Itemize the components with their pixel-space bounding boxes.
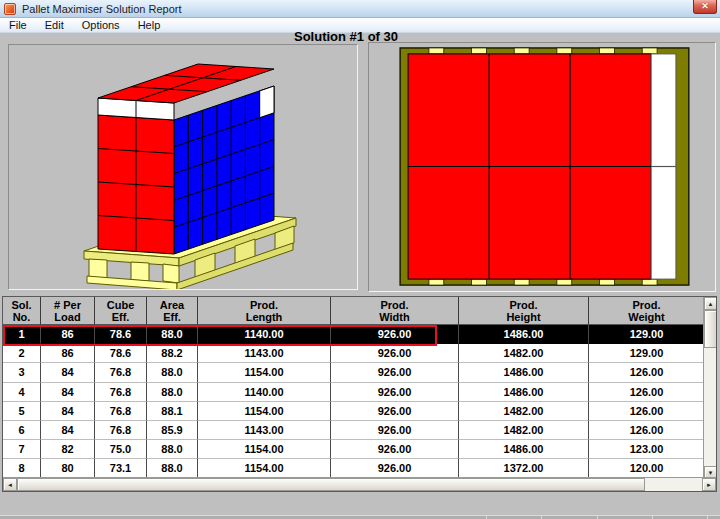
table-row[interactable]: 78275.088.01154.00926.001486.00123.00 — [3, 440, 705, 459]
table-row[interactable]: 58476.888.11154.00926.001482.00126.00 — [3, 402, 705, 421]
cell: 88.0 — [147, 363, 198, 382]
cell: 84 — [41, 383, 95, 402]
cell: 1482.00 — [459, 344, 589, 363]
cell: 926.00 — [331, 363, 459, 382]
column-header: Sol.No. — [3, 297, 41, 325]
column-header: AreaEff. — [147, 297, 198, 325]
scroll-up-icon[interactable]: ▲ — [704, 297, 717, 310]
cell: 926.00 — [331, 344, 459, 363]
cell: 1154.00 — [198, 459, 331, 478]
cell: 926.00 — [331, 421, 459, 440]
table-row[interactable]: 38476.888.01154.00926.001486.00126.00 — [3, 363, 705, 382]
cell: 1143.00 — [198, 344, 331, 363]
cell: 129.00 — [589, 344, 705, 363]
iso-pallet-load-drawing — [9, 45, 357, 289]
app-window: Pallet Maximiser Solution Report ✕ File … — [0, 0, 720, 519]
cell: 3 — [3, 363, 41, 382]
cell: 6 — [3, 421, 41, 440]
scroll-right-icon[interactable]: ► — [702, 478, 716, 491]
taskbar-edge — [0, 515, 720, 519]
column-header: Prod.Width — [331, 297, 459, 325]
cell: 1486.00 — [459, 440, 589, 459]
cell: 1140.00 — [198, 325, 331, 344]
cell: 84 — [41, 421, 95, 440]
cell: 129.00 — [589, 325, 705, 344]
cell: 88.0 — [147, 325, 198, 344]
cell: 1140.00 — [198, 383, 331, 402]
cell: 4 — [3, 383, 41, 402]
cell: 1482.00 — [459, 421, 589, 440]
cell: 76.8 — [95, 421, 147, 440]
table-row[interactable]: 28678.688.21143.00926.001482.00129.00 — [3, 344, 705, 363]
cell: 88.1 — [147, 402, 198, 421]
cell: 926.00 — [331, 402, 459, 421]
cell: 88.0 — [147, 459, 198, 478]
solutions-table: Sol.No.# PerLoadCubeEff.AreaEff.Prod.Len… — [2, 296, 717, 492]
cell: 5 — [3, 402, 41, 421]
app-icon — [4, 3, 16, 15]
cell: 85.9 — [147, 421, 198, 440]
column-header: # PerLoad — [41, 297, 95, 325]
cell: 76.8 — [95, 402, 147, 421]
cell: 126.00 — [589, 363, 705, 382]
cell: 1 — [3, 325, 41, 344]
cell: 75.0 — [95, 440, 147, 459]
iso-view-panel — [8, 44, 358, 290]
vertical-scroll-thumb[interactable] — [704, 310, 717, 348]
cell: 84 — [41, 363, 95, 382]
cell: 88.2 — [147, 344, 198, 363]
horizontal-scroll-thumb[interactable] — [17, 478, 645, 491]
cell: 80 — [41, 459, 95, 478]
cell: 126.00 — [589, 402, 705, 421]
cell: 1486.00 — [459, 383, 589, 402]
cell: 1486.00 — [459, 325, 589, 344]
cell: 76.8 — [95, 383, 147, 402]
cell: 1372.00 — [459, 459, 589, 478]
title-bar: Pallet Maximiser Solution Report ✕ — [0, 0, 720, 18]
cell: 1154.00 — [198, 440, 331, 459]
cell: 123.00 — [589, 440, 705, 459]
cell: 78.6 — [95, 325, 147, 344]
column-header: Prod.Height — [459, 297, 589, 325]
top-pallet-load-drawing — [369, 43, 715, 291]
column-header: Prod.Length — [198, 297, 331, 325]
table-row[interactable]: 48476.888.01140.00926.001486.00126.00 — [3, 383, 705, 402]
cell: 926.00 — [331, 459, 459, 478]
cell: 88.0 — [147, 383, 198, 402]
scroll-left-icon[interactable]: ◄ — [3, 478, 17, 491]
cell: 86 — [41, 325, 95, 344]
cell: 1143.00 — [198, 421, 331, 440]
table-row[interactable]: 68476.885.91143.00926.001482.00126.00 — [3, 421, 705, 440]
column-header: Prod.Weight — [589, 297, 705, 325]
vertical-scrollbar[interactable]: ▲ ▼ — [703, 297, 716, 479]
cell: 1154.00 — [198, 402, 331, 421]
top-view-panel — [368, 42, 716, 292]
cell: 73.1 — [95, 459, 147, 478]
cell: 84 — [41, 402, 95, 421]
cell: 1486.00 — [459, 363, 589, 382]
cell: 7 — [3, 440, 41, 459]
cell: 926.00 — [331, 325, 459, 344]
window-title: Pallet Maximiser Solution Report — [22, 3, 182, 15]
table-row[interactable]: 18678.688.01140.00926.001486.00129.00 — [3, 325, 705, 344]
cell: 926.00 — [331, 440, 459, 459]
cell: 82 — [41, 440, 95, 459]
cell: 8 — [3, 459, 41, 478]
cell: 2 — [3, 344, 41, 363]
column-header: CubeEff. — [95, 297, 147, 325]
cell: 126.00 — [589, 421, 705, 440]
cell: 120.00 — [589, 459, 705, 478]
horizontal-scrollbar[interactable]: ◄ ► — [3, 477, 716, 491]
table-row[interactable]: 88073.188.01154.00926.001372.00120.00 — [3, 459, 705, 478]
close-icon[interactable]: ✕ — [693, 0, 717, 14]
cell: 76.8 — [95, 363, 147, 382]
table-body: 18678.688.01140.00926.001486.00129.00286… — [3, 325, 705, 492]
cell: 1154.00 — [198, 363, 331, 382]
cell: 78.6 — [95, 344, 147, 363]
cell: 926.00 — [331, 383, 459, 402]
cell: 88.0 — [147, 440, 198, 459]
table-header-row: Sol.No.# PerLoadCubeEff.AreaEff.Prod.Len… — [3, 297, 705, 325]
cell: 1482.00 — [459, 402, 589, 421]
cell: 126.00 — [589, 383, 705, 402]
cell: 86 — [41, 344, 95, 363]
